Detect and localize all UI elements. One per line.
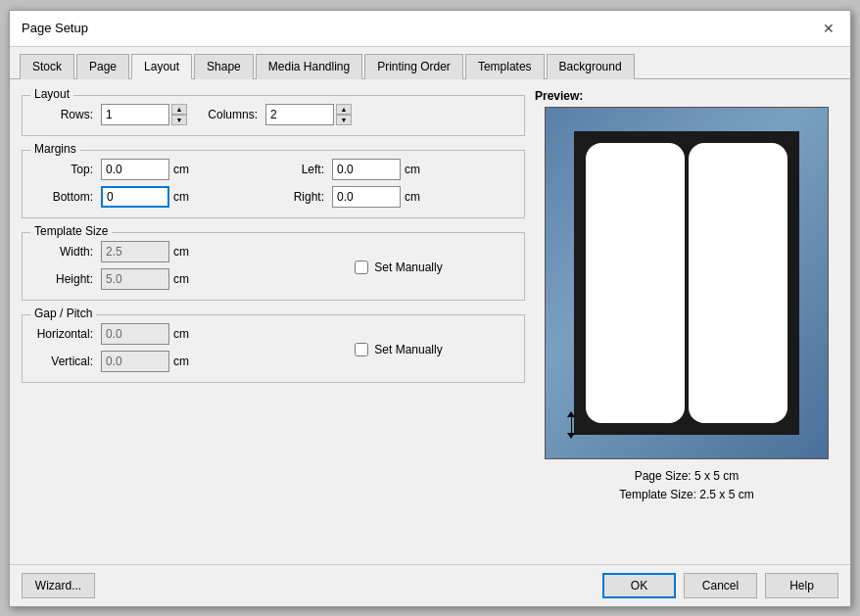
height-row: Height: cm <box>32 268 263 290</box>
margins-two-col: Top: cm Bottom: cm <box>32 159 514 208</box>
gap-pitch-two-col: Horizontal: cm Vertical: cm <box>32 323 514 372</box>
gap-set-manually-label: Set Manually <box>374 343 442 356</box>
right-input[interactable] <box>332 186 401 208</box>
template-set-manually-checkbox[interactable] <box>355 261 368 274</box>
close-button[interactable]: ✕ <box>819 19 838 38</box>
horizontal-row: Horizontal: cm <box>32 323 263 345</box>
rows-spinner[interactable]: ▲ ▼ <box>171 104 187 125</box>
top-input[interactable] <box>101 159 169 180</box>
arrow-down-line <box>571 425 572 433</box>
height-unit: cm <box>173 272 189 286</box>
width-input[interactable] <box>101 241 169 262</box>
gap-set-manually-row: Set Manually <box>355 343 442 356</box>
tab-shape[interactable]: Shape <box>194 54 254 79</box>
preview-card-left <box>586 143 685 423</box>
tab-layout[interactable]: Layout <box>131 54 192 79</box>
horizontal-input[interactable] <box>101 323 169 345</box>
width-input-group: cm <box>101 241 189 262</box>
top-input-group: cm <box>101 159 189 180</box>
rows-input-group: ▲ ▼ <box>101 104 187 125</box>
preview-card-right <box>689 143 788 423</box>
rows-label: Rows: <box>32 108 101 121</box>
width-row: Width: cm <box>32 241 263 262</box>
template-size-group-label: Template Size <box>30 224 112 238</box>
layout-group-label: Layout <box>30 87 73 101</box>
ok-button[interactable]: OK <box>602 573 676 598</box>
bottom-label: Bottom: <box>32 190 101 204</box>
columns-label: Columns: <box>187 108 265 121</box>
top-row: Top: cm <box>32 159 263 180</box>
bottom-row: Bottom: cm <box>32 186 263 208</box>
left-panel: Layout Rows: ▲ ▼ Columns: ▲ <box>22 89 525 554</box>
right-row: Right: cm <box>283 186 514 208</box>
columns-input-group: ▲ ▼ <box>265 104 352 125</box>
columns-spin-down[interactable]: ▼ <box>336 115 352 125</box>
tab-bar: Stock Page Layout Shape Media Handling P… <box>10 47 850 79</box>
columns-spinner[interactable]: ▲ ▼ <box>336 104 352 125</box>
horizontal-unit: cm <box>173 327 189 341</box>
left-unit: cm <box>405 163 420 176</box>
rows-row: Rows: ▲ ▼ Columns: ▲ ▼ <box>32 104 514 125</box>
left-input[interactable] <box>332 159 401 180</box>
page-size-label: Page Size: 5 x 5 cm <box>619 467 753 486</box>
horizontal-input-group: cm <box>101 323 189 345</box>
tab-templates[interactable]: Templates <box>465 54 545 79</box>
arrow-down-head <box>567 433 575 439</box>
vertical-input-group: cm <box>101 351 189 372</box>
dialog-title: Page Setup <box>22 21 88 35</box>
margins-group-label: Margins <box>30 142 80 156</box>
height-input[interactable] <box>101 268 169 290</box>
rows-spin-up[interactable]: ▲ <box>171 104 187 115</box>
tab-printing-order[interactable]: Printing Order <box>364 54 463 79</box>
vertical-input[interactable] <box>101 351 169 372</box>
horizontal-label: Horizontal: <box>32 327 101 341</box>
margins-left-col: Top: cm Bottom: cm <box>32 159 263 208</box>
tab-stock[interactable]: Stock <box>20 54 74 79</box>
bottom-arrow <box>567 411 575 439</box>
help-button[interactable]: Help <box>765 573 838 598</box>
preview-area <box>545 107 829 459</box>
template-set-manually-label: Set Manually <box>374 261 442 274</box>
template-size-group: Template Size Width: cm Height: <box>22 232 525 301</box>
wizard-button[interactable]: Wizard... <box>22 573 95 598</box>
preview-label: Preview: <box>535 89 583 103</box>
bottom-bar: Wizard... OK Cancel Help <box>10 564 850 606</box>
template-size-right-col: Set Manually <box>283 241 514 290</box>
bottom-left: Wizard... <box>22 573 95 598</box>
width-unit: cm <box>173 245 189 259</box>
vertical-unit: cm <box>173 355 189 368</box>
top-unit: cm <box>173 163 189 176</box>
margins-group: Margins Top: cm Bottom: <box>22 150 525 218</box>
title-bar: Page Setup ✕ <box>10 11 850 47</box>
height-label: Height: <box>32 272 101 286</box>
page-setup-dialog: Page Setup ✕ Stock Page Layout Shape Med… <box>9 10 851 607</box>
main-content: Layout Rows: ▲ ▼ Columns: ▲ <box>10 79 850 564</box>
bottom-input-group: cm <box>101 186 189 208</box>
gap-pitch-group-label: Gap / Pitch <box>30 307 96 320</box>
right-input-group: cm <box>332 186 420 208</box>
tab-media-handling[interactable]: Media Handling <box>256 54 362 79</box>
gap-set-manually-checkbox[interactable] <box>355 343 368 356</box>
preview-page <box>574 131 799 435</box>
cancel-button[interactable]: Cancel <box>684 573 757 598</box>
template-size-label: Template Size: 2.5 x 5 cm <box>619 486 753 504</box>
columns-input[interactable] <box>265 104 334 125</box>
bottom-input[interactable] <box>101 186 169 208</box>
height-input-group: cm <box>101 268 189 290</box>
bottom-right: OK Cancel Help <box>602 573 838 598</box>
left-label: Left: <box>283 163 332 176</box>
left-input-group: cm <box>332 159 420 180</box>
arrow-up-line <box>571 417 572 425</box>
top-label: Top: <box>32 163 101 176</box>
bottom-unit: cm <box>173 190 189 204</box>
vertical-row: Vertical: cm <box>32 351 263 372</box>
template-size-left-col: Width: cm Height: cm <box>32 241 263 290</box>
margins-right-col: Left: cm Right: cm <box>283 159 514 208</box>
rows-spin-down[interactable]: ▼ <box>171 115 187 125</box>
tab-background[interactable]: Background <box>547 54 635 79</box>
columns-spin-up[interactable]: ▲ <box>336 104 352 115</box>
template-size-two-col: Width: cm Height: cm <box>32 241 514 290</box>
tab-page[interactable]: Page <box>76 54 129 79</box>
rows-input[interactable] <box>101 104 169 125</box>
left-row: Left: cm <box>283 159 514 180</box>
